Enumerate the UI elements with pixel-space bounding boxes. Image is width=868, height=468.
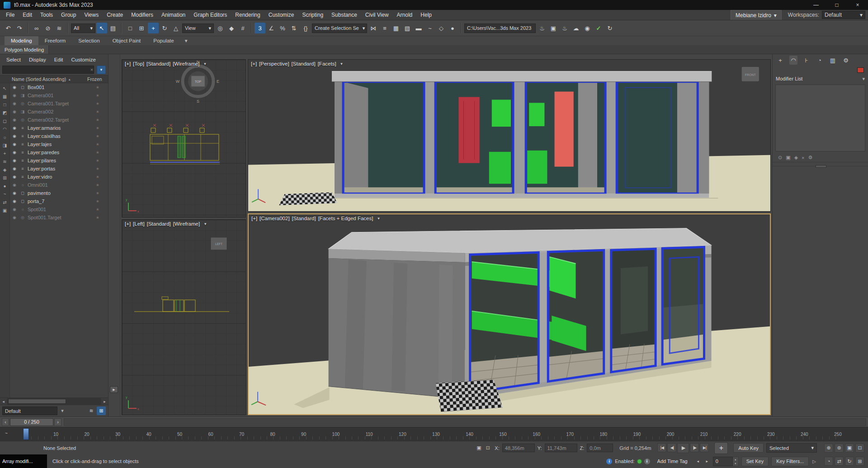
explorer-layout-icon[interactable]: ⊞ [97, 407, 106, 415]
viewport-label-segment[interactable]: [Facets + Edged Faces] [318, 216, 373, 221]
expand-panel-button[interactable]: ▶ [110, 386, 118, 393]
zoom-all-icon[interactable]: ⊛ [835, 444, 844, 453]
next-frame-icon[interactable]: |▶ [690, 443, 699, 452]
viewcube[interactable]: FRONT [742, 67, 759, 81]
display-geometry-icon[interactable]: ◻ [1, 117, 9, 124]
maximize-button[interactable]: □ [826, 0, 847, 10]
table-row[interactable]: ◉ ≡ Layer:caixilhas ∗ [10, 132, 108, 140]
menu-item[interactable]: Scripting [298, 10, 327, 20]
named-selection-set-dropdown[interactable]: Create Selection Se ▾ [312, 24, 367, 33]
close-button[interactable]: × [847, 0, 868, 10]
visibility-eye-icon[interactable]: ◉ [11, 126, 18, 130]
display-bones-icon[interactable]: ~ [1, 190, 9, 198]
spinner-snap-toggle-icon[interactable]: ⇅ [288, 23, 299, 33]
ribbon-tab[interactable]: Selection [72, 36, 106, 45]
table-row[interactable]: ◉ ≡ Layer:vidro ∗ [10, 173, 108, 181]
zoom-icon[interactable]: ⊕ [824, 444, 833, 453]
previous-key-icon[interactable]: ◂ [695, 459, 701, 463]
perspective-viewport-canvas[interactable]: FRONT [248, 60, 770, 211]
viewport-left[interactable]: [+][Left][Standard][Wireframe] ▼ [122, 219, 246, 415]
menu-item[interactable]: Animation [157, 10, 189, 20]
zoom-region-icon[interactable]: ⊡ [855, 444, 864, 453]
visibility-eye-icon[interactable]: ◉ [11, 166, 18, 171]
configure-modifier-sets-icon[interactable]: ⚙ [808, 155, 813, 161]
viewport-label-segment[interactable]: [Wireframe] [173, 61, 199, 66]
open-mini-curve-editor-icon[interactable]: ~ [3, 431, 10, 437]
visibility-eye-icon[interactable]: ◉ [11, 183, 18, 187]
render-setup-icon[interactable]: ♨ [537, 23, 547, 33]
table-row[interactable]: ◉ ☼ Omni001 ∗ [10, 181, 108, 189]
menu-item[interactable]: Rendering [231, 10, 264, 20]
visibility-eye-icon[interactable]: ◉ [11, 142, 18, 147]
menu-item[interactable]: Graph Editors [189, 10, 231, 20]
frozen-toggle-icon[interactable]: ∗ [88, 166, 107, 171]
viewport-label-segment[interactable]: [Standard] [292, 216, 316, 221]
enabled-status-icon[interactable] [637, 459, 642, 463]
select-and-rotate-icon[interactable]: ↻ [159, 23, 170, 33]
expand-icon[interactable]: ▷ [812, 459, 816, 464]
visibility-eye-icon[interactable]: ◉ [11, 85, 18, 90]
viewport-filter-icon[interactable]: ▼ [340, 62, 344, 66]
table-row[interactable]: ◉ ≡ Layer:paredes ∗ [10, 148, 108, 156]
menu-item[interactable]: Customize [264, 10, 298, 20]
selection-filter-dropdown[interactable]: All ▾ [71, 24, 95, 33]
unlink-selection-icon[interactable]: ⊘ [42, 23, 53, 33]
field-of-view-icon[interactable]: ◔ [824, 457, 833, 466]
viewport-label-segment[interactable]: [Left] [133, 221, 145, 227]
checkered-mat[interactable] [435, 380, 503, 412]
frozen-toggle-icon[interactable]: ∗ [88, 158, 107, 163]
x-coordinate-field[interactable]: 48,356m [502, 444, 535, 452]
frozen-toggle-icon[interactable]: ∗ [88, 85, 107, 90]
viewport-filter-icon[interactable]: ▼ [377, 217, 380, 221]
explorer-menu-item[interactable]: Customize [68, 57, 99, 62]
frozen-toggle-icon[interactable]: ∗ [88, 134, 107, 138]
frozen-toggle-icon[interactable]: ∗ [88, 118, 107, 122]
display-shapes-icon[interactable]: ◠ [1, 125, 9, 132]
ribbon-tab[interactable]: Populate [147, 36, 180, 45]
display-helpers-icon[interactable]: + [1, 150, 9, 157]
frozen-toggle-icon[interactable]: ∗ [88, 126, 107, 130]
menu-item[interactable]: Tools [36, 10, 57, 20]
frozen-toggle-icon[interactable]: ∗ [88, 109, 107, 114]
y-coordinate-field[interactable]: 11,743m [545, 444, 577, 452]
snaps-toggle-icon[interactable]: 3 [255, 23, 265, 33]
info-icon[interactable]: i [606, 459, 612, 464]
select-by-name-icon[interactable]: ▤ [108, 23, 118, 33]
selection-lock-toggle-icon[interactable]: ▣ [475, 444, 483, 452]
table-row[interactable]: ◉ ◎ Spot001.Target ∗ [10, 213, 108, 222]
frozen-toggle-icon[interactable]: ∗ [88, 101, 107, 106]
ribbon-tab[interactable]: Object Paint [106, 36, 147, 45]
frozen-toggle-icon[interactable]: ∗ [88, 215, 107, 220]
toggle-layer-explorer-icon[interactable]: ▧ [402, 23, 413, 33]
viewport-label-segment[interactable]: [Standard] [147, 221, 171, 227]
viewport-label-segment[interactable]: [+] [125, 61, 131, 66]
top-viewport-canvas[interactable]: N E S W TOP x y [122, 60, 245, 217]
auto-key-button[interactable]: Auto Key [733, 443, 764, 453]
menu-item[interactable]: Arnold [393, 10, 417, 20]
display-tab-icon[interactable]: ▥ [829, 56, 837, 65]
spinner-down-icon[interactable]: ▾ [733, 461, 738, 466]
reference-coordinate-dropdown[interactable]: View ▾ [182, 24, 214, 33]
render-production-icon[interactable]: ♨ [559, 23, 570, 33]
explorer-settings-icon[interactable]: ≋ [87, 407, 96, 415]
display-spacewarps-icon[interactable]: ≋ [1, 158, 9, 165]
viewport-label-segment[interactable]: [Top] [133, 61, 144, 66]
column-header-name[interactable]: Name (Sorted Ascending) [12, 76, 66, 82]
viewport-label-segment[interactable]: [Standard] [292, 61, 316, 66]
angle-snap-toggle-icon[interactable]: ∠ [266, 23, 277, 33]
visibility-eye-icon[interactable]: ◉ [11, 118, 18, 122]
time-slider-track[interactable] [64, 418, 866, 426]
table-row[interactable]: ◉ ◨ Camera002 ∗ [10, 108, 108, 116]
current-frame-spinner[interactable]: 0 ▴ ▾ [713, 457, 739, 466]
frozen-toggle-icon[interactable]: ∗ [88, 191, 107, 195]
table-row[interactable]: ◉ ◎ Camera001.Target ∗ [10, 99, 108, 108]
toggle-scene-explorer-icon[interactable]: ▦ [391, 23, 401, 33]
large-plus-button[interactable]: + [714, 442, 728, 454]
select-and-uniform-scale-icon[interactable]: △ [170, 23, 181, 33]
render-in-cloud-icon[interactable]: ☁ [571, 23, 581, 33]
notification-icon[interactable]: i [644, 459, 650, 464]
visibility-eye-icon[interactable]: ◉ [11, 109, 18, 114]
visibility-eye-icon[interactable]: ◉ [11, 191, 18, 195]
table-row[interactable]: ◉ ◻ Box001 ∗ [10, 83, 108, 91]
table-row[interactable]: ◉ ≡ Layer:portas ∗ [10, 165, 108, 173]
